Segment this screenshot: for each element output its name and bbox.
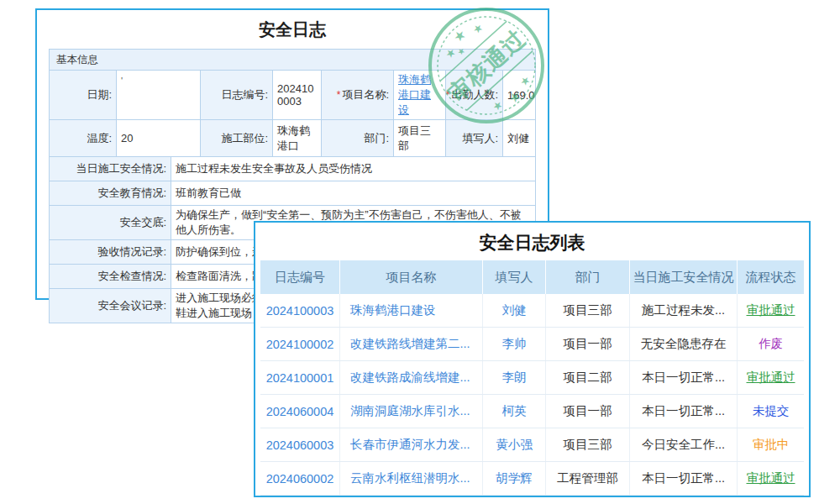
page: 安全日志 基本信息 日期: ' 日志编号: 2024100003 *项目名称: … bbox=[0, 0, 840, 504]
safety-situation-cell: 本日一切正常... bbox=[630, 462, 738, 495]
project-name-label-text: 项目名称: bbox=[342, 87, 389, 102]
department-label: 部门: bbox=[322, 120, 394, 156]
list-title: 安全日志列表 bbox=[255, 223, 809, 260]
department-cell: 项目三部 bbox=[546, 428, 630, 461]
project-name-link[interactable]: 云南水利枢纽潜明水... bbox=[340, 462, 483, 495]
department-cell: 项目三部 bbox=[546, 294, 630, 327]
section-header-basic-info: 基本信息 bbox=[50, 50, 535, 70]
project-name-link[interactable]: 珠海鹤港口建设 bbox=[340, 294, 483, 327]
header-project-name[interactable]: 项目名称 bbox=[340, 260, 483, 294]
form-title: 安全日志 bbox=[37, 10, 548, 47]
table-row[interactable]: 2024100002 改建铁路线增建第二... 李帅 项目一部 无安全隐患存在 … bbox=[260, 328, 804, 361]
flow-status-badge[interactable]: 审批通过 bbox=[738, 294, 804, 327]
header-safety-situation[interactable]: 当日施工安全情况 bbox=[630, 260, 738, 294]
department-cell: 项目一部 bbox=[546, 395, 630, 428]
writer-link[interactable]: 柯英 bbox=[483, 395, 546, 428]
project-name-link[interactable]: 湖南洞庭湖水库引水... bbox=[340, 395, 483, 428]
date-label: 日期: bbox=[50, 71, 117, 119]
safety-situation-value: 施工过程未发生安全事故及人员受伤情况 bbox=[171, 157, 535, 181]
construction-location-value: 珠海鹤港口 bbox=[273, 120, 322, 156]
safety-meeting-label: 安全会议记录: bbox=[50, 289, 171, 323]
form-row-2: 温度: 20 施工部位: 珠海鹤港口 部门: 项目三部 填写人: 刘健 bbox=[50, 119, 535, 156]
attendance-label-text: 出勤人数: bbox=[451, 87, 498, 102]
department-cell: 工程管理部 bbox=[546, 462, 630, 495]
safety-situation-cell: 本日一切正常... bbox=[630, 395, 738, 428]
header-flow-status[interactable]: 流程状态 bbox=[738, 260, 804, 294]
log-number-link[interactable]: 2024100001 bbox=[260, 361, 340, 394]
department-cell: 项目二部 bbox=[546, 361, 630, 394]
table-row[interactable]: 2024060003 长春市伊通河水力发... 黄小强 项目三部 今日安全工作.… bbox=[260, 428, 804, 462]
project-name-value: 珠海鹤港口建设 bbox=[394, 71, 446, 119]
project-name-link[interactable]: 改建铁路成渝线增建... bbox=[340, 361, 483, 394]
safety-education-label: 安全教育情况: bbox=[50, 181, 171, 205]
attendance-value: 169.00 bbox=[503, 71, 535, 119]
project-name-link[interactable]: 改建铁路线增建第二... bbox=[340, 328, 483, 360]
department-value: 项目三部 bbox=[394, 120, 446, 156]
project-name-link[interactable]: 珠海鹤港口建设 bbox=[398, 72, 441, 118]
flow-status-badge[interactable]: 审批通过 bbox=[738, 361, 804, 394]
construction-location-label: 施工部位: bbox=[201, 120, 273, 156]
safety-briefing-label: 安全交底: bbox=[50, 206, 171, 239]
writer-link[interactable]: 黄小强 bbox=[483, 428, 546, 461]
safety-situation-label: 当日施工安全情况: bbox=[50, 157, 171, 181]
safety-situation-cell: 本日一切正常... bbox=[630, 361, 738, 394]
safety-situation-cell: 施工过程未发... bbox=[630, 294, 738, 327]
form-row-safety-situation: 当日施工安全情况: 施工过程未发生安全事故及人员受伤情况 bbox=[50, 156, 535, 181]
date-value: ' bbox=[117, 71, 201, 119]
log-number-link[interactable]: 2024100002 bbox=[260, 328, 340, 360]
safety-log-table: 日志编号 项目名称 填写人 部门 当日施工安全情况 流程状态 202410000… bbox=[260, 260, 804, 496]
writer-link[interactable]: 刘健 bbox=[483, 294, 546, 327]
log-number-link[interactable]: 2024060002 bbox=[260, 462, 340, 495]
log-number-link[interactable]: 2024100003 bbox=[260, 294, 340, 327]
attendance-label: *出勤人数: bbox=[446, 71, 503, 119]
project-name-link[interactable]: 长春市伊通河水力发... bbox=[340, 428, 483, 461]
log-number-label: 日志编号: bbox=[201, 71, 273, 119]
log-number-value: 2024100003 bbox=[273, 71, 322, 119]
required-asterisk: * bbox=[337, 89, 341, 101]
flow-status-badge[interactable]: 审批中 bbox=[738, 428, 804, 461]
writer-label: 填写人: bbox=[446, 120, 503, 156]
department-cell: 项目一部 bbox=[546, 328, 630, 360]
project-name-label: *项目名称: bbox=[322, 71, 394, 119]
safety-situation-cell: 今日安全工作... bbox=[630, 428, 738, 461]
writer-link[interactable]: 李朗 bbox=[483, 361, 546, 394]
form-row-safety-education: 安全教育情况: 班前教育已做 bbox=[50, 181, 535, 205]
acceptance-record-label: 验收情况记录: bbox=[50, 240, 171, 264]
flow-status-badge[interactable]: 审批通过 bbox=[738, 462, 804, 495]
form-row-1: 日期: ' 日志编号: 2024100003 *项目名称: 珠海鹤港口建设 *出… bbox=[50, 70, 535, 119]
safety-inspection-label: 安全检查情况: bbox=[50, 265, 171, 288]
header-writer[interactable]: 填写人 bbox=[483, 260, 546, 294]
header-log-number[interactable]: 日志编号 bbox=[260, 260, 340, 294]
log-number-link[interactable]: 2024060003 bbox=[260, 428, 340, 461]
temperature-value: 20 bbox=[117, 120, 201, 156]
table-row[interactable]: 2024060004 湖南洞庭湖水库引水... 柯英 项目一部 本日一切正常..… bbox=[260, 395, 804, 428]
table-row[interactable]: 2024100003 珠海鹤港口建设 刘健 项目三部 施工过程未发... 审批通… bbox=[260, 294, 804, 328]
flow-status-badge[interactable]: 作废 bbox=[738, 328, 804, 360]
safety-situation-cell: 无安全隐患存在 bbox=[630, 328, 738, 360]
log-number-link[interactable]: 2024060004 bbox=[260, 395, 340, 428]
safety-log-list-panel: 安全日志列表 日志编号 项目名称 填写人 部门 当日施工安全情况 流程状态 20… bbox=[254, 221, 811, 497]
temperature-label: 温度: bbox=[50, 120, 117, 156]
table-row[interactable]: 2024060002 云南水利枢纽潜明水... 胡学辉 工程管理部 本日一切正常… bbox=[260, 462, 804, 496]
writer-value: 刘健 bbox=[503, 120, 535, 156]
writer-link[interactable]: 胡学辉 bbox=[483, 462, 546, 495]
flow-status-badge[interactable]: 未提交 bbox=[738, 395, 804, 428]
header-department[interactable]: 部门 bbox=[546, 260, 630, 294]
date-value-text: ' bbox=[121, 72, 123, 86]
writer-link[interactable]: 李帅 bbox=[483, 328, 546, 360]
safety-education-value: 班前教育已做 bbox=[171, 181, 535, 205]
table-row[interactable]: 2024100001 改建铁路成渝线增建... 李朗 项目二部 本日一切正常..… bbox=[260, 361, 804, 395]
table-header-row: 日志编号 项目名称 填写人 部门 当日施工安全情况 流程状态 bbox=[260, 260, 804, 294]
required-asterisk: * bbox=[446, 89, 450, 101]
